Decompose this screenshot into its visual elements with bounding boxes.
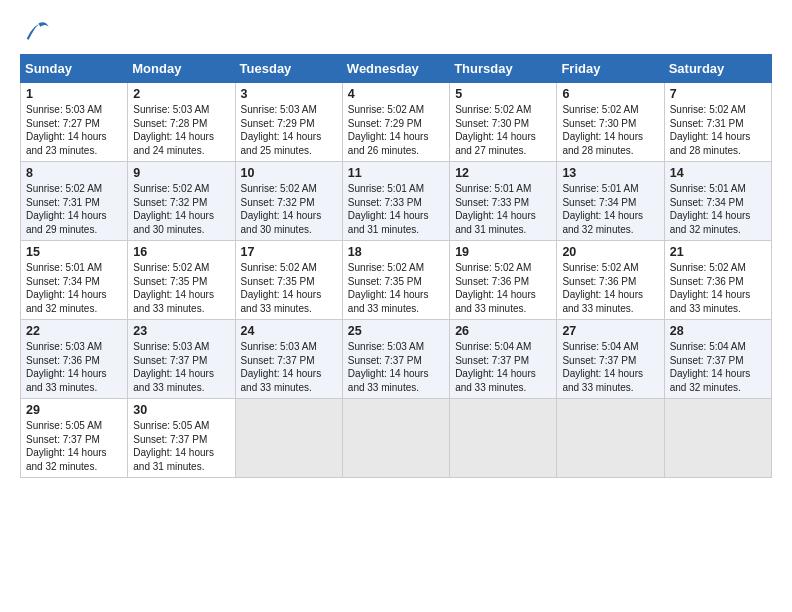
table-row: 5 Sunrise: 5:02 AMSunset: 7:30 PMDayligh… xyxy=(450,83,557,162)
day-number: 7 xyxy=(670,87,766,101)
day-info: Sunrise: 5:02 AMSunset: 7:35 PMDaylight:… xyxy=(348,262,429,314)
day-number: 1 xyxy=(26,87,122,101)
table-row: 26 Sunrise: 5:04 AMSunset: 7:37 PMDaylig… xyxy=(450,320,557,399)
day-info: Sunrise: 5:04 AMSunset: 7:37 PMDaylight:… xyxy=(562,341,643,393)
day-number: 30 xyxy=(133,403,229,417)
calendar-header-row: Sunday Monday Tuesday Wednesday Thursday… xyxy=(21,55,772,83)
day-number: 13 xyxy=(562,166,658,180)
day-number: 20 xyxy=(562,245,658,259)
day-info: Sunrise: 5:03 AMSunset: 7:37 PMDaylight:… xyxy=(348,341,429,393)
table-row: 22 Sunrise: 5:03 AMSunset: 7:36 PMDaylig… xyxy=(21,320,128,399)
day-info: Sunrise: 5:03 AMSunset: 7:29 PMDaylight:… xyxy=(241,104,322,156)
table-row: 10 Sunrise: 5:02 AMSunset: 7:32 PMDaylig… xyxy=(235,162,342,241)
table-row: 16 Sunrise: 5:02 AMSunset: 7:35 PMDaylig… xyxy=(128,241,235,320)
svg-rect-0 xyxy=(20,17,52,44)
day-info: Sunrise: 5:03 AMSunset: 7:37 PMDaylight:… xyxy=(133,341,214,393)
col-thursday: Thursday xyxy=(450,55,557,83)
table-row: 7 Sunrise: 5:02 AMSunset: 7:31 PMDayligh… xyxy=(664,83,771,162)
table-row xyxy=(235,399,342,478)
day-info: Sunrise: 5:01 AMSunset: 7:34 PMDaylight:… xyxy=(562,183,643,235)
page: Sunday Monday Tuesday Wednesday Thursday… xyxy=(0,0,792,612)
calendar: Sunday Monday Tuesday Wednesday Thursday… xyxy=(20,54,772,478)
day-info: Sunrise: 5:01 AMSunset: 7:33 PMDaylight:… xyxy=(348,183,429,235)
table-row: 29 Sunrise: 5:05 AMSunset: 7:37 PMDaylig… xyxy=(21,399,128,478)
table-row: 2 Sunrise: 5:03 AMSunset: 7:28 PMDayligh… xyxy=(128,83,235,162)
day-number: 28 xyxy=(670,324,766,338)
table-row xyxy=(557,399,664,478)
table-row: 18 Sunrise: 5:02 AMSunset: 7:35 PMDaylig… xyxy=(342,241,449,320)
table-row: 9 Sunrise: 5:02 AMSunset: 7:32 PMDayligh… xyxy=(128,162,235,241)
table-row xyxy=(342,399,449,478)
day-info: Sunrise: 5:03 AMSunset: 7:37 PMDaylight:… xyxy=(241,341,322,393)
table-row: 30 Sunrise: 5:05 AMSunset: 7:37 PMDaylig… xyxy=(128,399,235,478)
col-tuesday: Tuesday xyxy=(235,55,342,83)
table-row: 11 Sunrise: 5:01 AMSunset: 7:33 PMDaylig… xyxy=(342,162,449,241)
day-info: Sunrise: 5:01 AMSunset: 7:33 PMDaylight:… xyxy=(455,183,536,235)
day-info: Sunrise: 5:02 AMSunset: 7:36 PMDaylight:… xyxy=(455,262,536,314)
day-number: 21 xyxy=(670,245,766,259)
day-number: 10 xyxy=(241,166,337,180)
table-row: 14 Sunrise: 5:01 AMSunset: 7:34 PMDaylig… xyxy=(664,162,771,241)
day-number: 25 xyxy=(348,324,444,338)
day-number: 12 xyxy=(455,166,551,180)
table-row: 1 Sunrise: 5:03 AMSunset: 7:27 PMDayligh… xyxy=(21,83,128,162)
day-info: Sunrise: 5:02 AMSunset: 7:32 PMDaylight:… xyxy=(133,183,214,235)
day-number: 4 xyxy=(348,87,444,101)
day-info: Sunrise: 5:02 AMSunset: 7:36 PMDaylight:… xyxy=(670,262,751,314)
day-number: 22 xyxy=(26,324,122,338)
day-info: Sunrise: 5:02 AMSunset: 7:32 PMDaylight:… xyxy=(241,183,322,235)
table-row: 20 Sunrise: 5:02 AMSunset: 7:36 PMDaylig… xyxy=(557,241,664,320)
day-number: 23 xyxy=(133,324,229,338)
day-number: 6 xyxy=(562,87,658,101)
day-info: Sunrise: 5:02 AMSunset: 7:31 PMDaylight:… xyxy=(26,183,107,235)
col-wednesday: Wednesday xyxy=(342,55,449,83)
day-info: Sunrise: 5:02 AMSunset: 7:30 PMDaylight:… xyxy=(562,104,643,156)
day-number: 29 xyxy=(26,403,122,417)
col-saturday: Saturday xyxy=(664,55,771,83)
col-monday: Monday xyxy=(128,55,235,83)
table-row xyxy=(664,399,771,478)
logo xyxy=(20,16,56,44)
day-info: Sunrise: 5:04 AMSunset: 7:37 PMDaylight:… xyxy=(455,341,536,393)
table-row: 28 Sunrise: 5:04 AMSunset: 7:37 PMDaylig… xyxy=(664,320,771,399)
day-info: Sunrise: 5:01 AMSunset: 7:34 PMDaylight:… xyxy=(670,183,751,235)
calendar-week-row: 8 Sunrise: 5:02 AMSunset: 7:31 PMDayligh… xyxy=(21,162,772,241)
table-row: 12 Sunrise: 5:01 AMSunset: 7:33 PMDaylig… xyxy=(450,162,557,241)
calendar-week-row: 1 Sunrise: 5:03 AMSunset: 7:27 PMDayligh… xyxy=(21,83,772,162)
day-number: 16 xyxy=(133,245,229,259)
day-info: Sunrise: 5:02 AMSunset: 7:36 PMDaylight:… xyxy=(562,262,643,314)
day-number: 14 xyxy=(670,166,766,180)
table-row: 17 Sunrise: 5:02 AMSunset: 7:35 PMDaylig… xyxy=(235,241,342,320)
day-info: Sunrise: 5:02 AMSunset: 7:30 PMDaylight:… xyxy=(455,104,536,156)
table-row: 4 Sunrise: 5:02 AMSunset: 7:29 PMDayligh… xyxy=(342,83,449,162)
day-info: Sunrise: 5:05 AMSunset: 7:37 PMDaylight:… xyxy=(26,420,107,472)
table-row: 15 Sunrise: 5:01 AMSunset: 7:34 PMDaylig… xyxy=(21,241,128,320)
table-row xyxy=(450,399,557,478)
calendar-week-row: 15 Sunrise: 5:01 AMSunset: 7:34 PMDaylig… xyxy=(21,241,772,320)
calendar-week-row: 29 Sunrise: 5:05 AMSunset: 7:37 PMDaylig… xyxy=(21,399,772,478)
day-number: 11 xyxy=(348,166,444,180)
day-number: 24 xyxy=(241,324,337,338)
day-number: 26 xyxy=(455,324,551,338)
table-row: 19 Sunrise: 5:02 AMSunset: 7:36 PMDaylig… xyxy=(450,241,557,320)
day-info: Sunrise: 5:02 AMSunset: 7:29 PMDaylight:… xyxy=(348,104,429,156)
table-row: 21 Sunrise: 5:02 AMSunset: 7:36 PMDaylig… xyxy=(664,241,771,320)
day-info: Sunrise: 5:03 AMSunset: 7:27 PMDaylight:… xyxy=(26,104,107,156)
table-row: 13 Sunrise: 5:01 AMSunset: 7:34 PMDaylig… xyxy=(557,162,664,241)
day-info: Sunrise: 5:03 AMSunset: 7:36 PMDaylight:… xyxy=(26,341,107,393)
table-row: 24 Sunrise: 5:03 AMSunset: 7:37 PMDaylig… xyxy=(235,320,342,399)
day-info: Sunrise: 5:04 AMSunset: 7:37 PMDaylight:… xyxy=(670,341,751,393)
table-row: 6 Sunrise: 5:02 AMSunset: 7:30 PMDayligh… xyxy=(557,83,664,162)
day-info: Sunrise: 5:03 AMSunset: 7:28 PMDaylight:… xyxy=(133,104,214,156)
day-info: Sunrise: 5:05 AMSunset: 7:37 PMDaylight:… xyxy=(133,420,214,472)
table-row: 3 Sunrise: 5:03 AMSunset: 7:29 PMDayligh… xyxy=(235,83,342,162)
day-number: 5 xyxy=(455,87,551,101)
day-number: 18 xyxy=(348,245,444,259)
day-info: Sunrise: 5:02 AMSunset: 7:31 PMDaylight:… xyxy=(670,104,751,156)
table-row: 27 Sunrise: 5:04 AMSunset: 7:37 PMDaylig… xyxy=(557,320,664,399)
logo-icon xyxy=(20,16,52,44)
day-info: Sunrise: 5:01 AMSunset: 7:34 PMDaylight:… xyxy=(26,262,107,314)
table-row: 25 Sunrise: 5:03 AMSunset: 7:37 PMDaylig… xyxy=(342,320,449,399)
col-friday: Friday xyxy=(557,55,664,83)
day-number: 8 xyxy=(26,166,122,180)
